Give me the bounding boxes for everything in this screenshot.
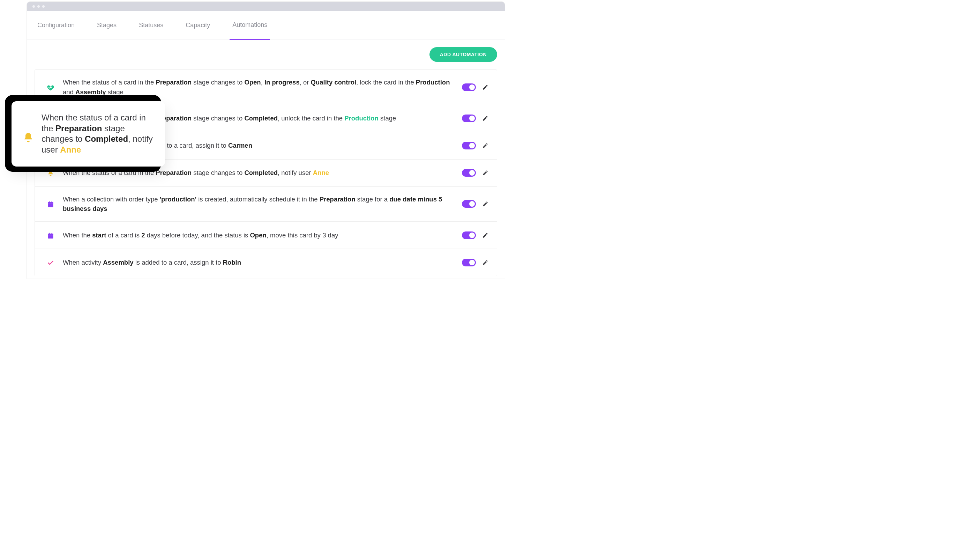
text: stage [106,88,123,96]
text-bold: Assembly [75,88,106,96]
text-bold: Open [250,231,266,239]
window-dot [37,5,40,8]
text-bold: Preparation [56,124,102,133]
text: , [261,78,264,86]
enable-toggle[interactable] [462,83,476,91]
add-automation-button[interactable]: ADD AUTOMATION [430,47,497,62]
text: and [63,88,75,96]
edit-icon[interactable] [482,170,488,176]
text-bold: Completed [244,115,278,122]
text-bold: 2 [141,231,145,239]
automation-row: When a collection with order type 'produ… [35,187,497,222]
enable-toggle[interactable] [462,259,476,266]
enable-toggle[interactable] [462,169,476,177]
text-highlight: Anne [60,145,81,154]
text: When activity [63,259,103,266]
text-bold: Open [244,78,261,86]
enable-toggle[interactable] [462,142,476,150]
text-bold: Preparation [156,78,191,86]
text-bold: Assembly [103,259,133,266]
text-bold: Completed [85,134,128,143]
automation-description: When the status of a card in the Prepara… [63,78,453,97]
automation-row: When activity Assembly is added to a car… [35,249,497,276]
enable-toggle[interactable] [462,231,476,239]
edit-icon[interactable] [482,232,488,239]
tab-statuses[interactable]: Statuses [136,11,166,39]
text: When the [63,231,92,239]
automation-description: When the start of a card is 2 days befor… [63,230,453,240]
bell-icon [21,132,36,143]
text-bold: Carmen [228,142,252,149]
popup-text: When the status of a card in the Prepara… [41,112,154,155]
row-actions [462,142,488,150]
text: , notify user [278,169,313,176]
text-bold: In progress [264,78,300,86]
text: When a collection with order type [63,196,160,203]
window-dot [32,5,35,8]
text: days before today, and the status is [145,231,250,239]
text: is added to a card, assign it to [134,259,223,266]
tab-configuration[interactable]: Configuration [35,11,78,39]
automation-description: When a collection with order type 'produ… [63,194,453,214]
tabs-bar: Configuration Stages Statuses Capacity A… [27,11,505,40]
enable-toggle[interactable] [462,200,476,208]
text-highlight: Production [344,115,379,122]
text-bold: Preparation [320,196,355,203]
notification-popup: When the status of a card in the Prepara… [11,101,165,167]
text-bold: start [92,231,106,239]
edit-icon[interactable] [482,115,488,121]
text: , unlock the card in the [278,115,344,122]
text: stage for a [355,196,390,203]
calendar-icon [45,232,56,239]
text: , move this card by 3 day [267,231,339,239]
text: of a card is [106,231,141,239]
text: stage changes to [191,78,244,86]
tab-capacity[interactable]: Capacity [183,11,213,39]
edit-icon[interactable] [482,142,488,149]
row-actions [462,169,488,177]
text: is created, automatically schedule it in… [196,196,320,203]
calendar-icon [45,201,56,208]
enable-toggle[interactable] [462,115,476,122]
window-dot [42,5,45,8]
text-highlight: Anne [313,169,329,176]
text-bold: Robin [223,259,241,266]
text: stage changes to [191,115,244,122]
text: stage changes to [191,169,244,176]
tab-automations[interactable]: Automations [229,11,270,40]
row-actions [462,115,488,122]
text: stage [379,115,396,122]
row-actions [462,231,488,239]
row-actions [462,259,488,266]
text-bold: 'production' [160,196,196,203]
edit-icon[interactable] [482,260,488,266]
text-bold: Preparation [156,169,191,176]
text-bold: Completed [244,169,278,176]
text: When the status of a card in the [63,78,156,86]
row-actions [462,200,488,208]
row-actions [462,83,488,91]
text: , or [300,78,311,86]
automation-row: When the start of a card is 2 days befor… [35,222,497,249]
automation-description: When activity Assembly is added to a car… [63,258,453,268]
text-bold: Quality control [311,78,356,86]
tab-stages[interactable]: Stages [94,11,119,39]
text: , lock the card in the [356,78,416,86]
text-bold: Production [416,78,450,86]
check-icon [45,260,56,266]
edit-icon[interactable] [482,201,488,207]
heartbeat-icon [45,84,56,91]
titlebar [27,2,505,11]
edit-icon[interactable] [482,84,488,91]
top-actions: ADD AUTOMATION [35,47,497,62]
